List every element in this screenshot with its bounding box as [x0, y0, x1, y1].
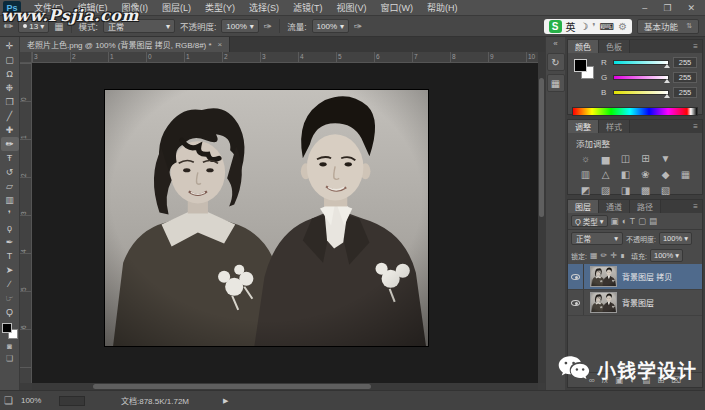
layer-name[interactable]: 背景图层	[622, 297, 654, 308]
close-button[interactable]: ✕	[687, 3, 695, 13]
layer-name[interactable]: 背景图层 拷贝	[622, 271, 672, 282]
threshold-icon[interactable]: ◨	[618, 184, 633, 197]
canvas[interactable]	[32, 63, 538, 383]
tool-zoom[interactable]: Ϙ	[1, 305, 19, 319]
scrollbar-thumb[interactable]	[539, 78, 544, 217]
mini-bridge-icon[interactable]: ❏	[4, 395, 13, 406]
tab-paths[interactable]: 路径	[630, 200, 661, 213]
panel-menu-icon[interactable]: ≡	[689, 200, 702, 213]
photo-image[interactable]	[105, 90, 428, 346]
color-lookup-icon[interactable]: ▦	[678, 168, 693, 181]
quick-mask-button[interactable]: ◙	[7, 342, 12, 351]
filter-shape-layers-icon[interactable]: ▢	[638, 216, 646, 226]
tool-blur[interactable]: ❜	[1, 207, 19, 221]
tab-adjustments[interactable]: 调整	[568, 120, 599, 133]
minimize-button[interactable]: –	[642, 3, 647, 13]
status-menu-arrow-icon[interactable]: ▶	[223, 397, 228, 405]
filter-type-layers-icon[interactable]: T	[630, 216, 635, 226]
tool-spot-healing[interactable]: ✚	[1, 123, 19, 137]
color-spectrum-ramp[interactable]	[572, 107, 698, 116]
flow-select[interactable]: 100% ▾	[312, 19, 349, 33]
photo-filter-icon[interactable]: ❀	[638, 168, 653, 181]
ime-language-toggle[interactable]: 英	[566, 19, 576, 34]
tool-rect-marquee[interactable]: ▢	[1, 53, 19, 67]
workspace-switcher[interactable]: 基本功能 ⇅	[637, 19, 699, 34]
lock-pixels-icon[interactable]: ✏	[601, 251, 608, 260]
tool-history-brush[interactable]: ↺	[1, 165, 19, 179]
blue-value[interactable]: 255	[673, 87, 697, 98]
opacity-select[interactable]: 100% ▾	[221, 19, 258, 33]
scrollbar-thumb[interactable]	[93, 384, 371, 389]
menu-type[interactable]: 类型(Y)	[198, 1, 242, 14]
tool-pen[interactable]: ✒	[1, 235, 19, 249]
foreground-color-swatch[interactable]	[2, 323, 12, 333]
tool-eraser[interactable]: ▱	[1, 179, 19, 193]
layer-thumbnail[interactable]	[590, 292, 617, 313]
tab-channels[interactable]: 通道	[599, 200, 630, 213]
tool-gradient[interactable]: ▥	[1, 193, 19, 207]
expand-panels-icon[interactable]: «	[553, 37, 557, 50]
layer-blend-mode-select[interactable]: 正常 ▾	[571, 232, 623, 245]
posterize-icon[interactable]: ▨	[598, 184, 613, 197]
tab-swatches[interactable]: 色板	[599, 40, 630, 53]
tool-hand[interactable]: ☞	[1, 291, 19, 305]
tool-dodge[interactable]: ϙ	[1, 221, 19, 235]
layer-row-background-copy[interactable]: 背景图层 拷贝	[568, 264, 702, 290]
filter-pixel-layers-icon[interactable]: ▣	[611, 216, 619, 226]
foreground-color-swatch[interactable]	[574, 59, 587, 72]
history-panel-button[interactable]: ↻	[547, 53, 565, 71]
zoom-level-field[interactable]: 100%	[21, 396, 51, 405]
document-tab[interactable]: 老照片上色.png @ 100% (背景图层 拷贝, RGB/8#) * ×	[20, 37, 230, 52]
tool-crop[interactable]: ❒	[1, 95, 19, 109]
tab-layers[interactable]: 图层	[568, 200, 599, 213]
lock-transparent-icon[interactable]: ▦	[590, 251, 598, 260]
menu-select[interactable]: 选择(S)	[242, 1, 286, 14]
menu-layer[interactable]: 图层(L)	[155, 1, 198, 14]
ruler-origin[interactable]	[20, 52, 32, 63]
ime-keyboard-icon[interactable]: ⌨	[600, 21, 614, 32]
tab-close-icon[interactable]: ×	[218, 40, 223, 49]
tab-styles[interactable]: 样式	[599, 120, 630, 133]
ime-moon-icon[interactable]: ☽	[580, 21, 589, 32]
filter-smart-object-icon[interactable]: ▤	[649, 216, 657, 226]
blue-slider[interactable]	[613, 90, 669, 95]
tool-lasso[interactable]: Ω	[1, 67, 19, 81]
ime-settings-icon[interactable]: ⚙	[618, 21, 627, 32]
layer-fill-select[interactable]: 100% ▾	[650, 249, 683, 262]
channel-mixer-icon[interactable]: ◆	[658, 168, 673, 181]
tool-brush[interactable]: ✏	[1, 137, 19, 151]
vertical-scrollbar[interactable]	[538, 52, 545, 383]
status-scrubber[interactable]	[59, 396, 85, 406]
tool-eyedropper[interactable]: ╱	[1, 109, 19, 123]
filter-adjustment-layers-icon[interactable]: ◐	[622, 216, 627, 226]
layer-row-background[interactable]: 背景图层	[568, 290, 702, 316]
exposure-icon[interactable]: ⊞	[638, 152, 653, 165]
hue-saturation-icon[interactable]: ▥	[578, 168, 593, 181]
properties-panel-button[interactable]: ▦	[547, 74, 565, 92]
pressure-opacity-icon[interactable]: ✑	[264, 21, 272, 32]
lock-position-icon[interactable]: ✛	[610, 251, 617, 260]
panel-menu-icon[interactable]: ≡	[689, 120, 702, 133]
gradient-map-icon[interactable]: ▩	[638, 184, 653, 197]
ime-punctuation-icon[interactable]: ❜	[592, 21, 595, 32]
menu-filter[interactable]: 滤镜(T)	[286, 1, 330, 14]
tool-path-selection[interactable]: ➤	[1, 263, 19, 277]
sogou-ime-icon[interactable]: S	[549, 20, 562, 33]
color-swatches[interactable]	[2, 323, 18, 339]
vibrance-icon[interactable]: ▼	[658, 152, 673, 165]
green-slider[interactable]	[613, 75, 669, 80]
curves-icon[interactable]: ◫	[618, 152, 633, 165]
tool-move[interactable]: ✛	[1, 39, 19, 53]
menu-view[interactable]: 视图(V)	[330, 1, 374, 14]
color-balance-icon[interactable]: △	[598, 168, 613, 181]
green-value[interactable]: 255	[673, 72, 697, 83]
brightness-contrast-icon[interactable]: ☼	[578, 152, 593, 165]
selective-color-icon[interactable]: ▧	[658, 184, 673, 197]
layer-filter-type-select[interactable]: Ϙ 类型 ▾	[571, 215, 608, 227]
panel-color-swatches[interactable]	[574, 59, 594, 79]
screen-mode-button[interactable]: ❏	[6, 354, 13, 363]
black-white-icon[interactable]: ◧	[618, 168, 633, 181]
levels-icon[interactable]: ▅	[598, 152, 613, 165]
lock-all-icon[interactable]: ∎	[620, 251, 625, 260]
layer-opacity-select[interactable]: 100% ▾	[659, 232, 692, 245]
